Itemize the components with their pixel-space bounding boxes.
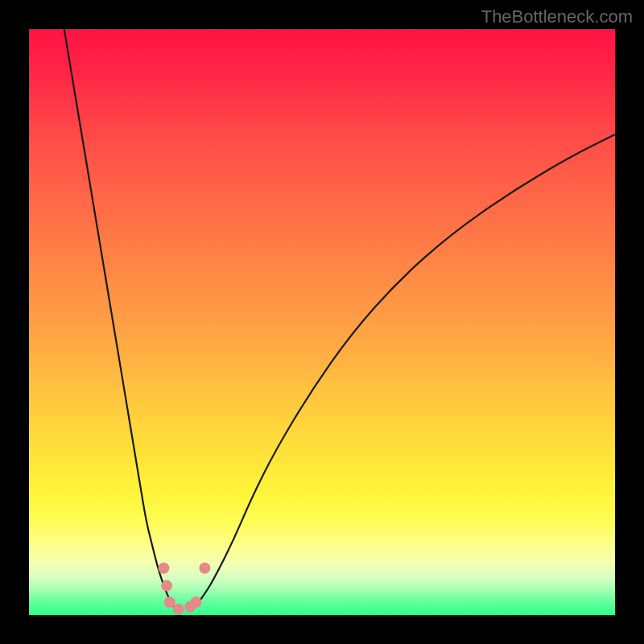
marker-dot: [161, 580, 172, 592]
chart-svg: [29, 29, 615, 615]
marker-dot: [190, 597, 201, 608]
marker-dot: [173, 604, 184, 615]
marker-dot: [164, 597, 175, 608]
left-curve-line: [64, 29, 175, 609]
marker-dot: [158, 563, 169, 574]
marker-dot: [199, 563, 210, 574]
marker-group: [158, 563, 210, 615]
right-curve-line: [193, 134, 615, 609]
chart-plot-area: [29, 29, 615, 615]
watermark-text: TheBottleneck.com: [481, 6, 633, 27]
